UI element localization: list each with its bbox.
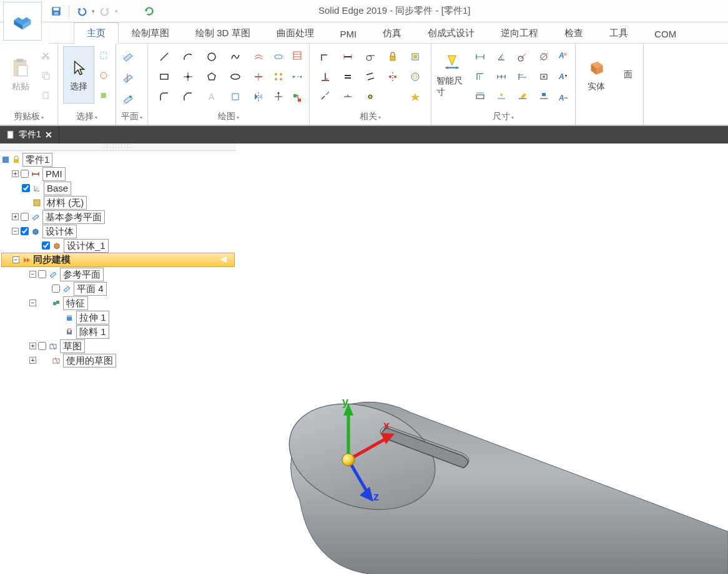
redo-dropdown-icon[interactable]: ▾	[115, 8, 118, 14]
line-tool[interactable]	[153, 47, 175, 66]
tree-checkbox[interactable]	[22, 184, 30, 192]
expand-icon[interactable]: +	[12, 170, 19, 177]
copy-button[interactable]	[39, 69, 52, 82]
part-cylinder[interactable]	[275, 386, 728, 574]
tab-generative[interactable]: 创成式设计	[415, 22, 488, 44]
tree-design-body[interactable]: − 设计体	[1, 224, 235, 238]
smart-dim-button[interactable]: 智能尺寸	[436, 46, 468, 104]
rel-collinear[interactable]	[315, 87, 336, 106]
tab-surface[interactable]: 曲面处理	[263, 22, 327, 44]
mirror-tool[interactable]	[249, 87, 268, 106]
chamfer-tool[interactable]	[177, 87, 199, 106]
paste-button[interactable]: 粘贴	[5, 46, 36, 104]
redo-button[interactable]	[97, 4, 112, 19]
move-tool[interactable]	[269, 87, 288, 106]
dim-linear[interactable]	[470, 47, 490, 66]
dim-radial[interactable]	[513, 47, 533, 66]
tree-pmi[interactable]: + PMI	[1, 167, 235, 181]
tab-home[interactable]: 主页	[74, 22, 119, 44]
cut-button[interactable]	[39, 49, 52, 62]
select-opt3[interactable]	[97, 89, 111, 102]
tree-sync-model[interactable]: − 同步建模	[1, 253, 235, 267]
plane-btn2[interactable]	[121, 71, 135, 85]
select-opt1[interactable]	[97, 49, 111, 62]
rel-parallel[interactable]	[360, 67, 381, 86]
tree-material[interactable]: 材料 (无)	[1, 195, 235, 210]
rel-concentric[interactable]	[405, 67, 426, 86]
tree-base[interactable]: Base	[1, 181, 235, 195]
rel-midpoint[interactable]	[337, 87, 358, 106]
panel-handle[interactable]	[0, 144, 236, 151]
tree-cut1[interactable]: 除料 1	[1, 324, 235, 339]
tree-root[interactable]: 零件1	[1, 152, 235, 167]
spline-tool[interactable]	[224, 47, 247, 66]
dim-auto[interactable]	[470, 87, 490, 106]
rect-tool[interactable]	[153, 67, 175, 86]
tree-features[interactable]: − 特征	[1, 296, 235, 310]
undo-dropdown-icon[interactable]: ▾	[92, 8, 95, 14]
draw-extra1[interactable]	[290, 49, 304, 62]
dim-attach[interactable]	[491, 87, 511, 106]
tree-used-sketch[interactable]: + 使用的草图	[1, 353, 235, 367]
dim-edit[interactable]	[513, 87, 533, 106]
dim-style[interactable]	[534, 87, 554, 106]
rel-perpendicular[interactable]	[315, 67, 336, 86]
rel-tangent[interactable]	[360, 47, 381, 66]
dim-symbol[interactable]	[534, 67, 554, 86]
tab-com[interactable]: COM	[641, 24, 689, 44]
plane-btn1[interactable]	[121, 50, 135, 64]
solid-button[interactable]: 实体	[581, 46, 612, 104]
tree-checkbox[interactable]	[21, 170, 29, 178]
tab-sketch3d[interactable]: 绘制 3D 草图	[182, 22, 263, 44]
rel-rigid[interactable]	[405, 47, 426, 66]
dim-text1[interactable]: Aa	[556, 49, 570, 62]
clipboard-extra-button[interactable]	[39, 89, 52, 102]
arc-tool[interactable]	[177, 47, 199, 66]
expand-icon[interactable]: +	[29, 357, 36, 364]
tree-base-planes[interactable]: + 基本参考平面	[1, 210, 235, 224]
expand-icon[interactable]: +	[29, 343, 36, 349]
tab-tools[interactable]: 工具	[596, 22, 641, 44]
tree-sketch[interactable]: + 草图	[1, 339, 235, 353]
face-button[interactable]: 面	[618, 46, 638, 104]
rel-auto[interactable]	[382, 87, 403, 106]
tree-design-body-1[interactable]: 设计体_1	[1, 238, 235, 253]
fillet-tool[interactable]	[153, 87, 175, 106]
rel-connect[interactable]	[315, 47, 336, 66]
rel-coincident[interactable]	[360, 87, 381, 106]
tree-checkbox[interactable]	[38, 270, 46, 278]
rel-lock[interactable]	[382, 47, 403, 66]
tree-ref-planes[interactable]: − 参考平面	[1, 267, 235, 281]
dim-diameter[interactable]	[534, 47, 554, 66]
rel-equal[interactable]	[337, 67, 358, 86]
draw-extra3[interactable]	[290, 91, 304, 105]
dim-chain[interactable]	[491, 67, 511, 86]
rel-horizontal[interactable]	[337, 47, 358, 66]
offset-tool[interactable]	[249, 47, 268, 66]
collapse-icon[interactable]: −	[12, 228, 19, 235]
tree-checkbox[interactable]	[21, 213, 29, 221]
dim-text2[interactable]: A	[556, 70, 570, 84]
plane-btn3[interactable]	[121, 92, 135, 106]
expand-icon[interactable]: +	[12, 213, 19, 220]
dim-angular[interactable]	[491, 47, 511, 66]
ellipse-tool[interactable]	[224, 67, 247, 86]
trim-tool[interactable]	[249, 67, 268, 86]
dim-ordinate[interactable]	[470, 67, 490, 86]
tree-plane4[interactable]: 平面 4	[1, 281, 235, 296]
tab-inspect[interactable]: 检查	[551, 22, 596, 44]
circle-tool[interactable]	[200, 47, 223, 66]
text-tool[interactable]: A	[200, 87, 223, 106]
pattern-tool[interactable]	[269, 67, 288, 86]
tab-pmi[interactable]: PMI	[327, 24, 370, 44]
tab-sketch[interactable]: 绘制草图	[119, 22, 182, 44]
document-tab-close[interactable]: ✕	[45, 130, 52, 140]
tree-checkbox[interactable]	[21, 227, 29, 235]
draw-extra2[interactable]	[290, 70, 304, 84]
rel-auto2[interactable]	[405, 87, 426, 106]
collapse-icon[interactable]: −	[29, 271, 36, 278]
tree-extrude1[interactable]: 拉伸 1	[1, 310, 235, 324]
dim-text3[interactable]: A	[556, 91, 570, 105]
dim-baseline[interactable]	[513, 67, 533, 86]
select-button[interactable]: 选择	[63, 46, 94, 104]
